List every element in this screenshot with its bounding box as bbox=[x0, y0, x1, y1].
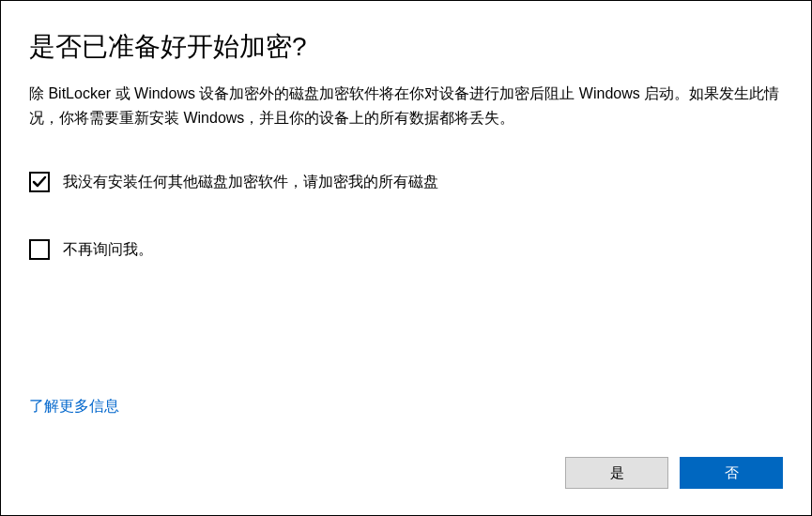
dontask-checkbox-label: 不再询问我。 bbox=[63, 240, 153, 260]
dontask-checkbox-row: 不再询问我。 bbox=[29, 239, 783, 260]
confirm-checkbox[interactable] bbox=[29, 172, 50, 192]
confirm-checkbox-row: 我没有安装任何其他磁盘加密软件，请加密我的所有磁盘 bbox=[29, 172, 783, 192]
yes-button[interactable]: 是 bbox=[565, 457, 668, 489]
no-button[interactable]: 否 bbox=[680, 457, 783, 489]
learn-more-link[interactable]: 了解更多信息 bbox=[29, 397, 119, 417]
dontask-checkbox[interactable] bbox=[29, 239, 50, 260]
dialog-description: 除 BitLocker 或 Windows 设备加密外的磁盘加密软件将在你对设备… bbox=[29, 82, 783, 129]
checkmark-icon bbox=[32, 175, 47, 190]
confirm-checkbox-label: 我没有安装任何其他磁盘加密软件，请加密我的所有磁盘 bbox=[63, 173, 438, 192]
button-bar: 是 否 bbox=[565, 457, 783, 489]
dialog-title: 是否已准备好开始加密? bbox=[29, 29, 783, 65]
